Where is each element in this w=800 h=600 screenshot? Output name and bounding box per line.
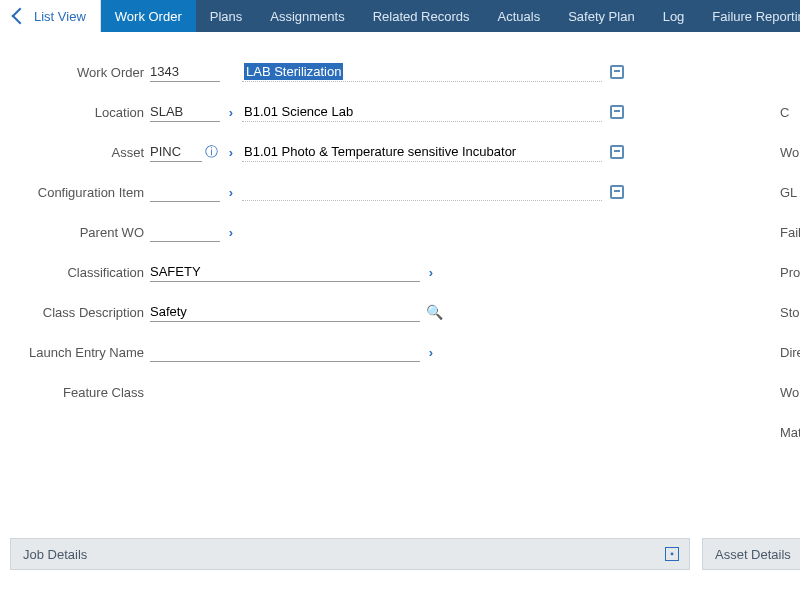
- parent-wo-lookup-icon[interactable]: ›: [220, 225, 242, 240]
- right-label: C: [780, 92, 800, 132]
- collapse-icon[interactable]: ▪: [665, 547, 679, 561]
- work-order-id-input[interactable]: [150, 62, 220, 82]
- asset-lookup-icon[interactable]: ›: [220, 145, 242, 160]
- label-classification: Classification: [0, 265, 150, 280]
- detail-menu-icon[interactable]: [610, 105, 624, 119]
- launch-entry-input[interactable]: [150, 342, 420, 362]
- detail-menu-icon[interactable]: [610, 145, 624, 159]
- tab-related-records[interactable]: Related Records: [359, 0, 484, 32]
- back-arrow-icon: [12, 8, 29, 25]
- panel-head-job-details[interactable]: Job Details ▪: [10, 538, 690, 570]
- panel-head-asset-details[interactable]: Asset Details: [702, 538, 800, 570]
- section-bar: Job Details ▪ Asset Details: [10, 538, 800, 570]
- tab-actuals[interactable]: Actuals: [484, 0, 555, 32]
- panel-title: Job Details: [23, 547, 87, 562]
- right-label: Material Status Last Upd: [780, 412, 800, 452]
- tab-assignments[interactable]: Assignments: [256, 0, 358, 32]
- detail-menu-icon[interactable]: [610, 65, 624, 79]
- asset-desc-input[interactable]: [242, 142, 602, 162]
- right-label: Failure C: [780, 212, 800, 252]
- tab-log[interactable]: Log: [649, 0, 699, 32]
- search-icon[interactable]: 🔍: [426, 304, 443, 320]
- work-order-desc-field[interactable]: LAB Sterilization: [242, 62, 602, 82]
- right-label: [780, 52, 800, 92]
- config-item-input[interactable]: [150, 182, 220, 202]
- detail-menu-icon[interactable]: [610, 185, 624, 199]
- config-item-lookup-icon[interactable]: ›: [220, 185, 242, 200]
- tab-work-order[interactable]: Work Order: [101, 0, 196, 32]
- work-order-desc-text: LAB Sterilization: [244, 63, 343, 80]
- right-label: Work T: [780, 132, 800, 172]
- launch-entry-lookup-icon[interactable]: ›: [420, 345, 442, 360]
- class-desc-input[interactable]: [150, 302, 420, 322]
- right-label: Problem C: [780, 252, 800, 292]
- classification-lookup-icon[interactable]: ›: [420, 265, 442, 280]
- tab-plans[interactable]: Plans: [196, 0, 257, 32]
- label-asset: Asset: [0, 145, 150, 160]
- label-work-order: Work Order: [0, 65, 150, 80]
- asset-info-icon[interactable]: ⓘ: [202, 143, 220, 161]
- tab-failure-reporting[interactable]: Failure Reporting: [698, 0, 800, 32]
- tab-label: List View: [34, 9, 86, 24]
- location-lookup-icon[interactable]: ›: [220, 105, 242, 120]
- label-feature-class: Feature Class: [0, 385, 150, 400]
- config-item-desc-field[interactable]: [242, 183, 602, 201]
- label-class-desc: Class Description: [0, 305, 150, 320]
- form-area: Work Order LAB Sterilization Location › …: [0, 32, 800, 432]
- panel-title: Asset Details: [715, 547, 791, 562]
- location-input[interactable]: [150, 102, 220, 122]
- tab-list-view[interactable]: List View: [0, 0, 101, 32]
- right-label: GL Acc: [780, 172, 800, 212]
- right-column: C Work T GL Acc Failure C Problem C Stor…: [780, 52, 800, 452]
- label-location: Location: [0, 105, 150, 120]
- right-label: Storeroom Material St: [780, 292, 800, 332]
- tab-bar: List View Work Order Plans Assignments R…: [0, 0, 800, 32]
- right-label: Work Package Material St: [780, 372, 800, 412]
- classification-input[interactable]: [150, 262, 420, 282]
- parent-wo-input[interactable]: [150, 222, 220, 242]
- right-label: Direct Issue Material St: [780, 332, 800, 372]
- label-config-item: Configuration Item: [0, 185, 150, 200]
- label-parent-wo: Parent WO: [0, 225, 150, 240]
- tab-safety-plan[interactable]: Safety Plan: [554, 0, 649, 32]
- asset-input[interactable]: [150, 142, 202, 162]
- location-desc-input[interactable]: [242, 102, 602, 122]
- label-launch-entry: Launch Entry Name: [0, 345, 150, 360]
